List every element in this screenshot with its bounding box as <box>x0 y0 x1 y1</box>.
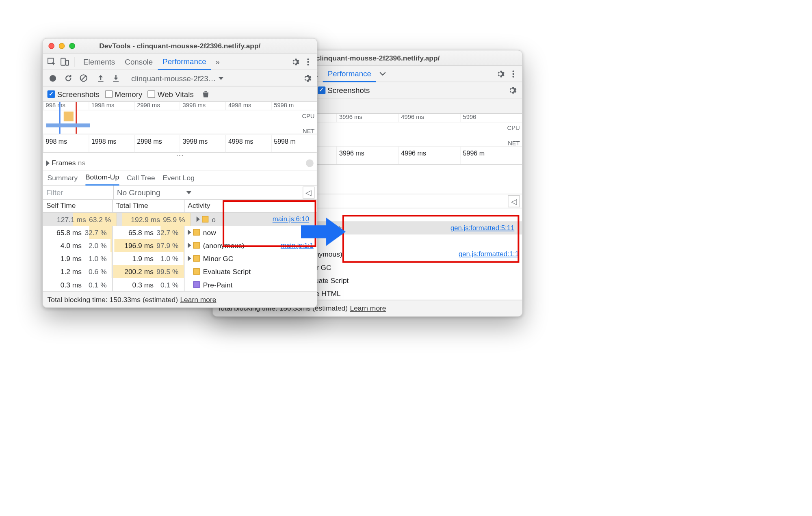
sidebar-toggle-icon[interactable]: ◁ <box>303 186 314 198</box>
svg-point-6 <box>307 58 309 60</box>
table-row[interactable]: 1.2 ms0.6 %200.2 ms99.5 %Evaluate Script <box>43 265 317 278</box>
tab-calltree[interactable]: Call Tree <box>127 170 155 186</box>
trash-icon[interactable] <box>199 87 212 100</box>
more-tabs-icon[interactable] <box>376 67 389 80</box>
tab-eventlog[interactable]: Event Log <box>162 170 194 186</box>
tick: 5998 m <box>271 134 317 152</box>
sidebar-toggle-icon[interactable]: ◁ <box>508 195 520 207</box>
tick: 3998 ms <box>180 134 225 152</box>
tick: 4996 ms <box>398 146 460 164</box>
activity-name: (anonymous) <box>203 241 245 249</box>
minimize-icon[interactable] <box>59 43 65 49</box>
screenshots-check[interactable]: ✓Screenshots <box>48 89 100 98</box>
tick: 5996 m <box>460 146 522 164</box>
tick: 5998 m <box>271 102 317 110</box>
grouping-select[interactable]: No Grouping <box>114 188 303 196</box>
zoom-icon[interactable] <box>69 43 75 49</box>
tick: 2998 ms <box>134 102 180 110</box>
svg-point-7 <box>307 61 309 63</box>
memory-check[interactable]: Memory <box>105 89 142 98</box>
table-row[interactable]: 1.9 ms1.0 %1.9 ms1.0 %Minor GC <box>43 252 317 265</box>
footer: Total blocking time: 150.33ms (estimated… <box>43 291 317 307</box>
gear-icon[interactable] <box>288 55 301 68</box>
download-icon[interactable] <box>109 71 122 84</box>
timeline-overview[interactable]: 998 ms 1998 ms 2998 ms 3998 ms 4998 ms 5… <box>43 102 317 134</box>
tick: 3996 ms <box>336 114 398 122</box>
category-icon <box>193 255 200 261</box>
svg-point-1 <box>512 73 514 74</box>
window-title: DevTools - clinquant-mousse-2f2396.netli… <box>43 42 317 50</box>
table-row[interactable]: (anonymous)gen.js:formatted:1:1 <box>282 248 522 261</box>
cpu-activity <box>64 112 74 121</box>
more-tabs-icon[interactable]: » <box>211 55 224 68</box>
activity-name: Evaluate Script <box>203 268 251 276</box>
tab-performance[interactable]: Performance <box>158 54 211 70</box>
tick: 3996 ms <box>336 146 398 164</box>
category-icon <box>193 242 200 248</box>
svg-rect-5 <box>66 60 69 65</box>
table-row[interactable]: Minor GC <box>282 261 522 274</box>
gear-icon[interactable] <box>301 71 314 84</box>
webvitals-check[interactable]: Web Vitals <box>148 89 194 98</box>
kebab-icon[interactable] <box>507 67 520 80</box>
tick: 5996 <box>460 114 522 122</box>
screenshots-check[interactable]: ✓Screenshots <box>318 86 370 94</box>
scroll-thumb[interactable] <box>306 159 314 167</box>
category-icon <box>193 281 200 288</box>
record-icon[interactable] <box>46 71 59 84</box>
clear-icon[interactable] <box>77 71 90 84</box>
source-link[interactable]: gen.js:formatted:5:11 <box>450 224 514 232</box>
reload-icon[interactable] <box>61 71 74 84</box>
tab-bottomup[interactable]: Bottom-Up <box>85 170 119 186</box>
checkbox-icon: ✓ <box>48 90 55 98</box>
gear-icon[interactable] <box>506 84 519 97</box>
activity-name: now <box>203 228 216 236</box>
timeline-ruler[interactable]: 998 ms 1998 ms 2998 ms 3998 ms 4998 ms 5… <box>43 134 317 153</box>
table-row[interactable]: 0.3 ms0.1 %0.3 ms0.1 %Pre-Paint <box>43 278 317 291</box>
learn-more-link[interactable]: Learn more <box>180 296 216 304</box>
tick: 1998 ms <box>89 102 134 110</box>
learn-more-link[interactable]: Learn more <box>350 304 386 312</box>
tab-console[interactable]: Console <box>120 54 158 70</box>
kebab-icon[interactable] <box>301 55 314 68</box>
activity-name: Minor GC <box>203 254 234 262</box>
col-self-time[interactable]: Self Time <box>43 200 113 212</box>
chevron-right-icon <box>197 216 200 222</box>
table-row[interactable]: 65.8 ms32.7 %65.8 ms32.7 %now <box>43 226 317 239</box>
category-icon <box>193 229 200 235</box>
tick: 4996 ms <box>398 114 460 122</box>
tick: 4998 ms <box>225 102 271 110</box>
traffic-lights <box>43 43 75 49</box>
gear-icon[interactable] <box>494 67 507 80</box>
tick: 998 ms <box>43 102 89 110</box>
filter-input[interactable]: Filter <box>43 186 114 199</box>
inspect-icon[interactable] <box>45 55 58 68</box>
upload-icon[interactable] <box>94 71 107 84</box>
checkbox-icon <box>105 90 113 98</box>
table-row[interactable]: 127.1 ms63.2 %192.9 ms95.9 %omain.js:6:1… <box>43 213 317 226</box>
tab-summary[interactable]: Summary <box>48 170 78 186</box>
col-total-time[interactable]: Total Time <box>113 200 184 212</box>
url-select[interactable]: clinquant-mousse-2f23… <box>127 74 228 82</box>
category-icon <box>202 216 208 222</box>
table-row[interactable]: 4.0 ms2.0 %196.9 ms97.9 %(anonymous)main… <box>43 239 317 252</box>
tick: 2998 ms <box>134 134 180 152</box>
tick: 1998 ms <box>89 134 134 152</box>
tab-performance[interactable]: Performance <box>323 65 377 82</box>
perf-toolbar: clinquant-mousse-2f23… <box>43 70 317 86</box>
table-row[interactable]: Evaluate Script <box>282 274 522 287</box>
blocking-time-text: Total blocking time: 150.33ms (estimated… <box>48 296 178 304</box>
source-link[interactable]: gen.js:formatted:1:1 <box>459 250 519 258</box>
marker-line <box>76 102 77 134</box>
chevron-right-icon <box>188 229 191 235</box>
chevron-right-icon <box>188 256 191 261</box>
titlebar[interactable]: DevTools - clinquant-mousse-2f2396.netli… <box>43 39 317 54</box>
category-icon <box>193 268 200 275</box>
tab-elements[interactable]: Elements <box>78 54 120 70</box>
device-icon[interactable] <box>58 55 71 68</box>
col-activity[interactable]: Activity <box>184 200 317 212</box>
svg-rect-4 <box>61 58 65 65</box>
checkbox-icon: ✓ <box>318 86 325 94</box>
close-icon[interactable] <box>48 43 54 49</box>
table-row[interactable]: Parse HTML <box>282 287 522 300</box>
